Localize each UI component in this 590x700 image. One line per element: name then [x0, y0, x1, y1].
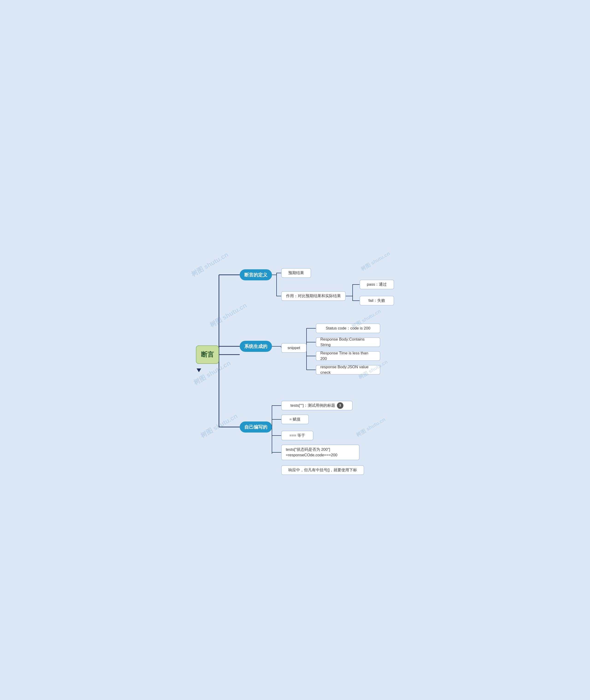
category-definition-label: 断言的定义 — [244, 272, 267, 278]
category-system: 系统生成的 — [240, 341, 272, 352]
leaf-response-body-contains: Response Body:Contains String — [316, 337, 380, 347]
category-custom: 自己编写的 — [240, 422, 272, 433]
root-arrow — [197, 368, 201, 372]
watermark-3: 树图 shutu.cn — [208, 301, 249, 329]
leaf-fail: fail：失败 — [360, 296, 394, 305]
leaf-response-time: Response Time is less than 200 — [316, 351, 380, 361]
root-node: 断言 — [196, 345, 219, 364]
leaf-pass: pass：通过 — [360, 280, 394, 289]
leaf-status-code: Status code：code is 200 — [316, 324, 380, 333]
badge-3: 3 — [337, 402, 343, 409]
leaf-response-body-json: response Body:JSON value cneck — [316, 365, 380, 375]
mind-map: 树图 shutu.cn 树图 shutu.cn 树图 shutu.cn 树图 s… — [184, 246, 406, 454]
watermark-1: 树图 shutu.cn — [190, 250, 230, 278]
leaf-tests-example: tests["状态码是否为 200"] =responseCOde.code==… — [281, 445, 360, 460]
watermark-8: 树图 shutu.cn — [355, 416, 387, 439]
root-label: 断言 — [201, 350, 214, 359]
leaf-expected-result: 预期结果 — [281, 268, 311, 278]
leaf-brackets-note: 响应中，但凡有中括号[]，就要使用下标 — [281, 465, 364, 475]
category-system-label: 系统生成的 — [244, 343, 267, 350]
leaf-equals: === 等于 — [281, 431, 313, 440]
snippet-node: snippet — [281, 343, 306, 353]
leaf-tests-title: tests[""]：测试用例的标题 3 — [281, 401, 353, 411]
watermark-7: 树图 shutu.cn — [199, 412, 239, 440]
leaf-function: 作用：对比预期结果和实际结果 — [281, 291, 346, 301]
watermark-2: 树图 shutu.cn — [360, 250, 391, 272]
category-custom-label: 自己编写的 — [244, 424, 267, 430]
leaf-assign: = 赋值 — [281, 415, 309, 424]
category-definition: 断言的定义 — [240, 269, 272, 280]
